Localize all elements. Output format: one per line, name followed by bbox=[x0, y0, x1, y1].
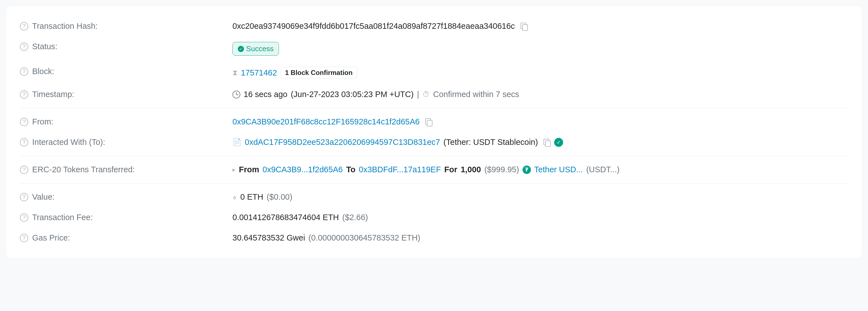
label-value: Value: bbox=[32, 192, 55, 201]
status-badge: ✓ Success bbox=[232, 42, 279, 56]
status-text: Success bbox=[246, 44, 274, 53]
timestamp-full: (Jun-27-2023 03:05:23 PM +UTC) bbox=[291, 90, 413, 99]
stopwatch-icon: ⏱ bbox=[423, 90, 430, 99]
value-usd: ($0.00) bbox=[267, 192, 292, 201]
from-address-link[interactable]: 0x9CA3B90e201fF68c8cc12F165928c14c1f2d65… bbox=[232, 117, 420, 126]
help-icon[interactable]: ? bbox=[20, 213, 28, 222]
check-icon: ✓ bbox=[238, 46, 244, 52]
help-icon[interactable]: ? bbox=[20, 193, 28, 201]
help-icon[interactable]: ? bbox=[20, 90, 28, 99]
row-value: ? Value: ⬨ 0 ETH ($0.00) bbox=[20, 187, 848, 207]
gasprice-eth: (0.000000030645783532 ETH) bbox=[309, 233, 421, 243]
row-block: ? Block: ⧗ 17571462 1 Block Confirmation bbox=[20, 61, 848, 84]
section-divider bbox=[20, 156, 848, 156]
label-from: From: bbox=[32, 117, 54, 126]
help-icon[interactable]: ? bbox=[20, 118, 28, 126]
erc20-usd: ($999.95) bbox=[484, 165, 519, 174]
erc20-amount: 1,000 bbox=[461, 165, 481, 174]
block-link[interactable]: 17571462 bbox=[241, 68, 277, 77]
label-gasprice: Gas Price: bbox=[32, 233, 70, 243]
copy-icon[interactable] bbox=[544, 139, 551, 146]
verified-icon: ✓ bbox=[554, 138, 563, 147]
help-icon[interactable]: ? bbox=[20, 234, 28, 242]
label-erc20: ERC-20 Tokens Transferred: bbox=[32, 165, 135, 174]
row-erc20: ? ERC-20 Tokens Transferred: ▸ From 0x9C… bbox=[20, 159, 848, 180]
section-divider bbox=[20, 108, 848, 108]
tether-icon: ₮ bbox=[523, 165, 531, 174]
row-from: ? From: 0x9CA3B90e201fF68c8cc12F165928c1… bbox=[20, 112, 848, 132]
erc20-to-link[interactable]: 0x3BDFdF...17a119EF bbox=[359, 165, 441, 174]
row-txfee: ? Transaction Fee: 0.001412678683474604 … bbox=[20, 207, 848, 228]
transaction-details-card: ? Transaction Hash: 0xc20ea93749069e34f9… bbox=[6, 6, 862, 258]
help-icon[interactable]: ? bbox=[20, 42, 28, 51]
timestamp-confirmed: Confirmed within 7 secs bbox=[433, 90, 519, 99]
label-status: Status: bbox=[32, 42, 57, 51]
txhash-value: 0xc20ea93749069e34f9fdd6b017fc5aa081f24a… bbox=[232, 22, 515, 31]
erc20-for-label: For bbox=[444, 165, 457, 174]
eth-icon: ⬨ bbox=[232, 193, 237, 201]
row-timestamp: ? Timestamp: 16 secs ago (Jun-27-2023 03… bbox=[20, 84, 848, 104]
to-name: (Tether: USDT Stablecoin) bbox=[443, 137, 538, 147]
label-timestamp: Timestamp: bbox=[32, 90, 74, 99]
row-to: ? Interacted With (To): 📄 0xdAC17F958D2e… bbox=[20, 132, 848, 152]
row-gasprice: ? Gas Price: 30.645783532 Gwei (0.000000… bbox=[20, 228, 848, 248]
divider-pipe: | bbox=[417, 90, 419, 99]
txfee-usd: ($2.66) bbox=[342, 213, 368, 222]
help-icon[interactable]: ? bbox=[20, 138, 28, 147]
label-txhash: Transaction Hash: bbox=[32, 22, 98, 31]
help-icon[interactable]: ? bbox=[20, 67, 28, 76]
caret-right-icon: ▸ bbox=[232, 166, 236, 174]
txfee-eth: 0.001412678683474604 ETH bbox=[232, 213, 339, 222]
erc20-token-symbol: (USDT...) bbox=[586, 165, 620, 174]
value-eth: 0 ETH bbox=[240, 192, 263, 201]
erc20-token-link[interactable]: Tether USD... bbox=[534, 165, 583, 174]
contract-icon: 📄 bbox=[232, 138, 241, 147]
copy-icon[interactable] bbox=[521, 23, 528, 30]
label-block: Block: bbox=[32, 67, 54, 76]
section-divider bbox=[20, 183, 848, 184]
row-txhash: ? Transaction Hash: 0xc20ea93749069e34f9… bbox=[20, 16, 848, 36]
help-icon[interactable]: ? bbox=[20, 165, 28, 174]
help-icon[interactable]: ? bbox=[20, 22, 28, 30]
label-to: Interacted With (To): bbox=[32, 137, 105, 147]
to-address-link[interactable]: 0xdAC17F958D2ee523a2206206994597C13D831e… bbox=[245, 137, 440, 147]
copy-icon[interactable] bbox=[425, 118, 432, 126]
row-status: ? Status: ✓ Success bbox=[20, 36, 848, 61]
confirmations-badge: 1 Block Confirmation bbox=[280, 67, 357, 79]
erc20-to-label: To bbox=[346, 165, 355, 174]
gasprice-gwei: 30.645783532 Gwei bbox=[232, 233, 305, 243]
label-txfee: Transaction Fee: bbox=[32, 213, 93, 222]
erc20-from-link[interactable]: 0x9CA3B9...1f2d65A6 bbox=[263, 165, 343, 174]
erc20-from-label: From bbox=[239, 165, 259, 174]
clock-icon bbox=[232, 91, 240, 98]
timestamp-ago: 16 secs ago bbox=[244, 90, 287, 99]
hourglass-icon: ⧗ bbox=[232, 68, 238, 77]
